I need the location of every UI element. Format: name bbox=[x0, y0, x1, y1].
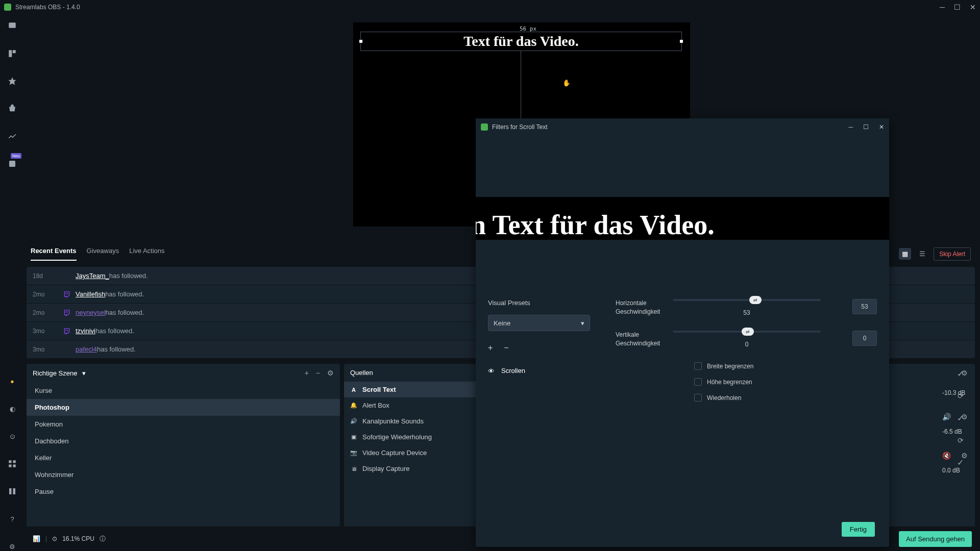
themes-icon[interactable] bbox=[8, 77, 17, 86]
track-settings-2[interactable]: ⚙ bbox=[961, 452, 968, 460]
v-speed-input[interactable] bbox=[852, 331, 877, 346]
h-speed-slider[interactable] bbox=[673, 299, 821, 301]
v-speed-value: 0 bbox=[673, 341, 821, 348]
source-label: Video Capture Device bbox=[362, 449, 427, 457]
chevron-down-icon: ▾ bbox=[581, 319, 584, 327]
scene-item[interactable]: Pokemon bbox=[27, 416, 340, 433]
source-label: Scroll Text bbox=[362, 386, 396, 393]
minimize-button[interactable]: ─ bbox=[940, 3, 945, 11]
filter-preview: n Text für das Video. bbox=[476, 161, 889, 289]
scene-item[interactable]: Dachboden bbox=[27, 433, 340, 449]
mute-icon-2[interactable]: 🔇 bbox=[942, 452, 951, 460]
visual-presets-label: Visual Presets bbox=[488, 299, 600, 307]
h-speed-thumb[interactable] bbox=[749, 296, 762, 304]
app-title: Streamlabs OBS - 1.4.0 bbox=[15, 4, 80, 11]
h-speed-input[interactable] bbox=[852, 299, 877, 314]
grid-icon[interactable] bbox=[8, 459, 17, 468]
dashboard-icon[interactable] bbox=[8, 132, 17, 141]
remove-filter-button[interactable]: − bbox=[504, 343, 508, 353]
selected-source-bounds[interactable]: Text für das Video. bbox=[360, 32, 682, 51]
dialog-title: Filters for Scroll Text bbox=[492, 123, 547, 131]
source-item[interactable]: AScroll Text bbox=[344, 382, 477, 397]
source-item[interactable]: 🖥Display Capture bbox=[344, 461, 477, 477]
source-label: Sofortige Wiederholung bbox=[362, 433, 432, 441]
app-icon bbox=[4, 4, 11, 11]
filter-name: Scrollen bbox=[501, 367, 525, 374]
record-status-icon[interactable]: ● bbox=[8, 377, 17, 386]
scene-item[interactable]: Wohnzimmer bbox=[27, 466, 340, 483]
dialog-close-button[interactable]: ✕ bbox=[879, 123, 884, 131]
layout-icon[interactable] bbox=[8, 49, 17, 58]
repeat-label: Wiederholen bbox=[707, 394, 741, 402]
limit-height-checkbox[interactable] bbox=[694, 378, 702, 386]
scene-item[interactable]: Photoshop bbox=[27, 399, 340, 416]
add-scene-button[interactable]: + bbox=[305, 369, 309, 377]
close-button[interactable]: ✕ bbox=[970, 3, 976, 11]
source-item[interactable]: 🔊Kanalpunkte Sounds bbox=[344, 413, 477, 429]
scene-item[interactable]: Keller bbox=[27, 449, 340, 466]
source-item[interactable]: 🔔Alert Box bbox=[344, 397, 477, 413]
event-user[interactable]: neyneysel bbox=[76, 309, 106, 316]
tab-live-actions[interactable]: Live Actions bbox=[129, 247, 164, 261]
stats-icon[interactable]: 📊 bbox=[33, 535, 40, 542]
scene-item[interactable]: Pause bbox=[27, 483, 340, 500]
event-user[interactable]: Vanillefish bbox=[76, 290, 105, 298]
svg-rect-8 bbox=[9, 488, 12, 494]
svg-rect-1 bbox=[9, 50, 12, 57]
search-icon[interactable]: ⊙ bbox=[8, 432, 17, 441]
svg-rect-6 bbox=[9, 465, 11, 467]
mixer-settings-button[interactable]: ⚙ bbox=[961, 369, 968, 377]
dialog-titlebar[interactable]: Filters for Scroll Text ─ ☐ ✕ bbox=[476, 118, 889, 136]
tab-recent-events[interactable]: Recent Events bbox=[31, 247, 77, 261]
done-button[interactable]: Fertig bbox=[842, 522, 875, 537]
v-speed-thumb[interactable] bbox=[742, 328, 754, 336]
event-action: has followed. bbox=[97, 345, 136, 353]
scene-list: KursePhotoshopPokemonDachbodenKellerWohn… bbox=[27, 382, 340, 551]
studio-mode-icon[interactable] bbox=[8, 487, 17, 496]
svg-rect-0 bbox=[9, 22, 16, 28]
event-user[interactable]: pafecl4 bbox=[76, 345, 97, 353]
source-label: Kanalpunkte Sounds bbox=[362, 417, 424, 425]
info-icon[interactable]: ⓘ bbox=[100, 535, 106, 543]
scenes-panel: Richtige Szene ▾ + − ⚙ KursePhotoshopPok… bbox=[27, 364, 340, 551]
source-item[interactable]: ▣Sofortige Wiederholung bbox=[344, 429, 477, 445]
track-settings-1[interactable]: ⚙ bbox=[961, 413, 968, 421]
view-grid-button[interactable]: ▦ bbox=[899, 248, 911, 260]
event-time: 2mo bbox=[33, 309, 63, 316]
repeat-checkbox[interactable] bbox=[694, 394, 702, 402]
skip-alert-button[interactable]: Skip Alert bbox=[934, 247, 971, 261]
scene-collection-label: Richtige Szene bbox=[33, 369, 77, 377]
go-live-button[interactable]: Auf Sendung gehen bbox=[899, 531, 972, 547]
limit-width-checkbox[interactable] bbox=[694, 362, 702, 370]
mute-icon-1[interactable]: 🔊 bbox=[942, 413, 951, 421]
settings-icon[interactable]: ⚙ bbox=[8, 542, 17, 551]
preset-select[interactable]: Keine ▾ bbox=[488, 315, 590, 331]
dialog-minimize-button[interactable]: ─ bbox=[848, 123, 853, 131]
editor-icon[interactable] bbox=[8, 21, 17, 31]
scene-settings-button[interactable]: ⚙ bbox=[327, 369, 334, 377]
event-user[interactable]: tzvinivi bbox=[76, 327, 95, 335]
add-filter-button[interactable]: + bbox=[488, 343, 493, 353]
scene-item[interactable]: Kurse bbox=[27, 382, 340, 399]
scene-collection-dropdown[interactable]: Richtige Szene ▾ bbox=[33, 369, 86, 377]
notifications-icon[interactable]: ◐ bbox=[8, 404, 17, 413]
remove-scene-button[interactable]: − bbox=[316, 369, 320, 377]
view-list-button[interactable]: ☰ bbox=[916, 248, 928, 260]
sources-panel: Quellen AScroll Text🔔Alert Box🔊Kanalpunk… bbox=[344, 364, 477, 551]
tab-giveaways[interactable]: Giveaways bbox=[87, 247, 119, 261]
sources-title: Quellen bbox=[350, 369, 373, 377]
titlebar: Streamlabs OBS - 1.4.0 ─ ☐ ✕ bbox=[0, 0, 980, 14]
v-speed-slider[interactable] bbox=[673, 331, 821, 333]
visibility-icon[interactable]: 👁 bbox=[488, 367, 495, 374]
source-item[interactable]: 📷Video Capture Device bbox=[344, 445, 477, 461]
twitch-icon bbox=[63, 328, 70, 335]
dialog-app-icon bbox=[481, 123, 488, 131]
mixer-db-3: 0.0 dB bbox=[942, 467, 968, 474]
filter-item-scroll[interactable]: 👁 Scrollen bbox=[488, 367, 600, 374]
maximize-button[interactable]: ☐ bbox=[954, 3, 961, 11]
store-icon[interactable] bbox=[8, 104, 17, 113]
highlighter-icon[interactable] bbox=[8, 159, 17, 168]
event-user[interactable]: JaysTeam_ bbox=[76, 272, 109, 280]
dialog-maximize-button[interactable]: ☐ bbox=[863, 123, 869, 131]
help-icon[interactable]: ? bbox=[8, 514, 17, 523]
